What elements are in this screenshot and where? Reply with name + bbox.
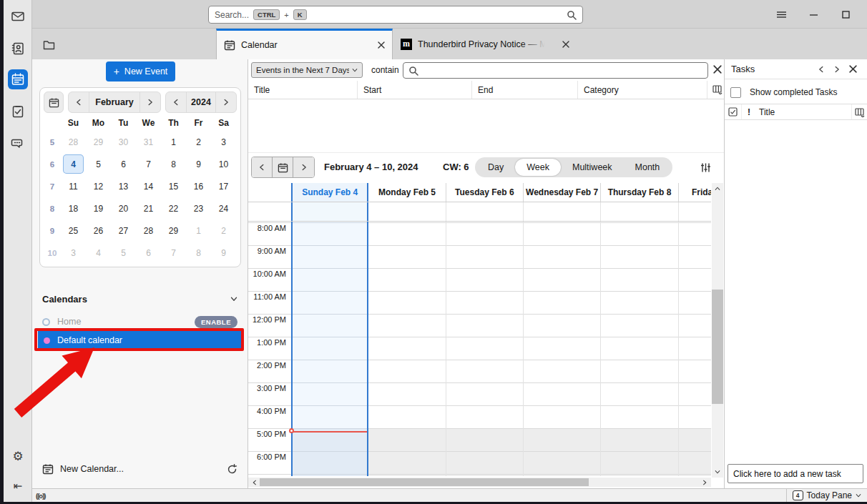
calendar-item-home[interactable]: Home ENABLE [32,314,248,330]
view-tab-day[interactable]: Day [476,159,515,176]
mini-day[interactable]: 9 [211,242,236,264]
minimize-button[interactable] [804,6,823,23]
new-event-button[interactable]: + New Event [106,61,175,81]
space-tasks-button[interactable] [9,102,27,121]
mini-calendar-today-button[interactable] [44,92,64,113]
day-column-header[interactable]: Tuesday Feb 6 [446,183,524,202]
events-column-header[interactable]: Title [248,81,358,99]
mini-day[interactable]: 27 [111,219,136,242]
show-completed-checkbox[interactable] [730,87,741,98]
view-tab-month[interactable]: Month [624,159,672,176]
day-column-header[interactable]: Monday Feb 5 [368,183,446,202]
day-column[interactable] [679,222,711,476]
mini-day[interactable]: 2 [211,219,236,242]
day-column-header[interactable]: Friday Feb 9 [679,183,711,202]
previous-week-button[interactable] [252,157,273,177]
previous-year-button[interactable] [166,92,186,112]
mini-day[interactable]: 22 [161,197,186,219]
allday-cell[interactable] [291,202,368,221]
mini-day[interactable]: 6 [111,153,136,175]
allday-cell[interactable] [368,202,446,221]
events-range-dropdown[interactable]: Events in the Next 7 Days [251,62,363,78]
mini-day[interactable]: 23 [186,197,211,219]
mini-day[interactable]: 6 [136,242,161,264]
tab-calendar[interactable]: Calendar [216,29,393,59]
mini-day[interactable]: 28 [61,131,86,153]
go-to-today-button[interactable] [273,157,293,177]
mini-day[interactable]: 25 [61,219,86,242]
mini-day[interactable]: 24 [211,197,236,219]
tasks-close-button[interactable] [845,65,861,73]
mini-day[interactable]: 9 [186,153,211,175]
horizontal-scrollbar-thumb[interactable] [260,478,589,486]
mini-day[interactable]: 29 [86,131,111,153]
today-pane-toggle[interactable]: 4 Today Pane [786,489,867,502]
sync-icon[interactable] [227,464,237,475]
mini-day[interactable]: 2 [186,131,211,153]
view-tab-multiweek[interactable]: Multiweek [561,159,624,176]
priority-column-header[interactable]: ! [742,107,756,117]
vertical-scrollbar-thumb[interactable] [712,290,723,404]
tasks-column-picker[interactable] [851,104,867,119]
mini-day[interactable]: 20 [111,197,136,219]
mini-day[interactable]: 1 [161,131,186,153]
tab-close-button[interactable] [378,41,385,49]
mini-day[interactable]: 11 [61,175,86,197]
mini-day[interactable]: 5 [86,153,111,175]
tab-close-button[interactable] [562,41,569,48]
vertical-scrollbar[interactable] [712,183,723,478]
view-tab-week[interactable]: Week [515,159,561,176]
mini-day[interactable]: 28 [136,219,161,242]
day-column[interactable] [291,222,368,476]
events-column-header[interactable]: End [472,81,578,99]
next-week-button[interactable] [293,157,314,177]
day-column-header[interactable]: Thursday Feb 8 [601,183,678,202]
events-search-input[interactable] [403,62,708,79]
space-calendar-button[interactable] [8,69,28,89]
mini-day[interactable]: 19 [86,197,111,219]
mini-day[interactable]: 21 [136,197,161,219]
app-menu-button[interactable] [772,6,790,23]
previous-month-button[interactable] [69,92,89,112]
mini-day[interactable]: 5 [111,242,136,264]
mini-day[interactable]: 16 [186,175,211,197]
day-column-header[interactable]: Wednesday Feb 7 [524,183,601,202]
enable-badge[interactable]: ENABLE [195,316,237,328]
mini-day[interactable]: 30 [111,131,136,153]
settings-button[interactable]: ⚙ [9,447,27,465]
tasks-next-button[interactable] [829,66,845,73]
day-column-header[interactable]: Sunday Feb 4 [291,183,368,202]
mini-day[interactable]: 7 [161,242,186,264]
day-column[interactable] [601,222,678,476]
calendars-section-header[interactable]: Calendars [32,292,248,306]
scroll-right-button[interactable] [700,478,710,487]
scroll-up-button[interactable] [712,183,723,194]
space-address-book-button[interactable] [9,39,27,58]
mini-day[interactable]: 17 [211,175,236,197]
scroll-left-button[interactable] [250,478,260,487]
mini-day[interactable]: 8 [161,153,186,175]
close-filter-button[interactable] [713,65,722,76]
mini-day[interactable]: 4 [86,242,111,264]
events-column-picker[interactable] [712,84,722,97]
mini-day[interactable]: 26 [86,219,111,242]
mini-day[interactable]: 15 [161,175,186,197]
next-month-button[interactable] [140,92,160,112]
completed-column-header[interactable] [725,104,742,119]
mini-day[interactable]: 7 [136,153,161,175]
collapse-spaces-button[interactable]: ⇤ [9,476,27,495]
scroll-down-button[interactable] [712,466,723,478]
allday-cell[interactable] [446,202,524,221]
mini-day[interactable]: 3 [211,131,236,153]
day-column[interactable] [524,222,601,476]
day-column[interactable] [368,222,446,476]
next-year-button[interactable] [216,92,236,112]
global-search-input[interactable]: Search... CTRL + K [208,6,583,24]
mini-day[interactable]: 18 [61,197,86,219]
mini-day[interactable]: 10 [211,153,236,175]
tab-privacy-notice[interactable]: m Thunderbird Privacy Notice — Mozi [393,29,577,59]
events-column-header[interactable]: Category [578,81,707,99]
display-options-icon[interactable] [700,162,711,173]
space-mail-button[interactable] [9,7,27,26]
events-column-header[interactable]: Start [358,81,472,99]
